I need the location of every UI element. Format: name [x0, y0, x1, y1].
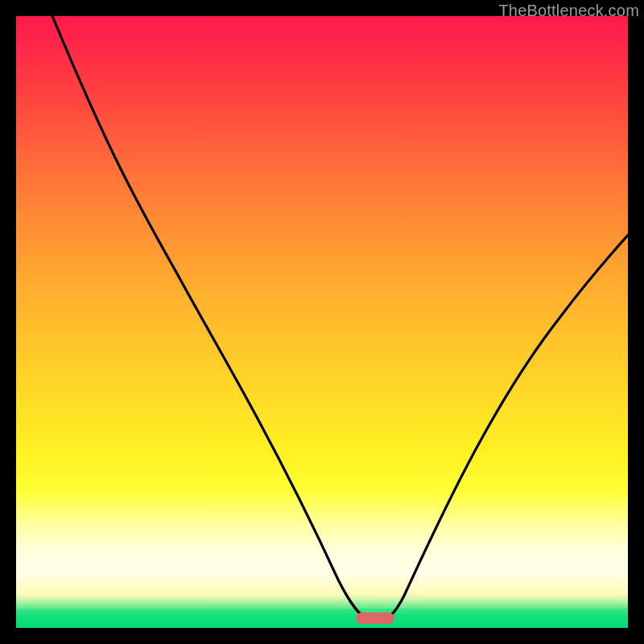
bottleneck-curve [16, 16, 628, 628]
chart-frame: TheBottleneck.com [0, 0, 644, 644]
optimal-range-marker [356, 613, 394, 624]
plot-area [16, 16, 628, 628]
curve-path [52, 16, 628, 621]
